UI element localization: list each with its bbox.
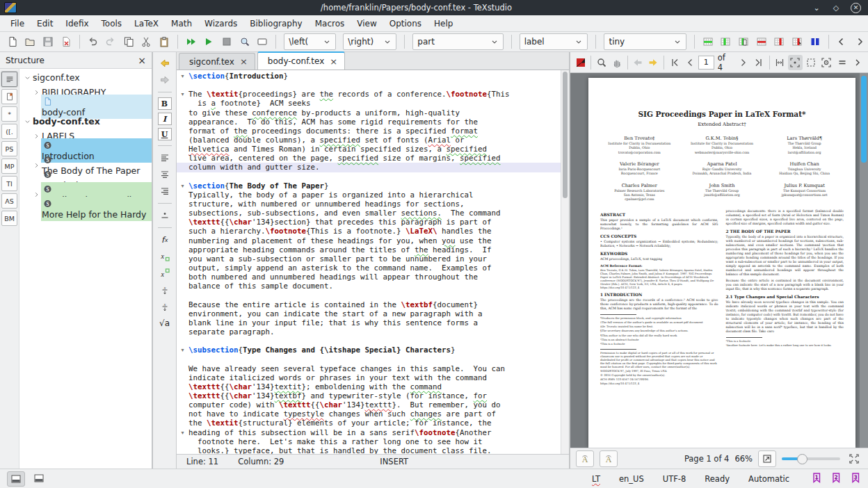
tree-chevron-right-icon[interactable] — [31, 131, 41, 142]
menu-options[interactable]: Options — [383, 17, 428, 30]
structure-item-body-conf[interactable]: body-conf — [19, 99, 152, 114]
sidepanel-tab-symbols[interactable]: * — [1, 106, 17, 122]
align-center-button[interactable] — [157, 168, 172, 181]
pdf-fit-window-button[interactable] — [758, 450, 776, 467]
tab-close-icon[interactable]: × — [240, 56, 248, 67]
tab-sigconf.tex[interactable]: sigconf.tex× — [179, 53, 255, 70]
save-icon[interactable] — [40, 33, 56, 50]
pdf-shrink-fonts-button[interactable]: A — [576, 450, 594, 467]
menu-idefix[interactable]: Idefix — [59, 17, 95, 30]
sidepanel-tab-brackets[interactable]: ([. — [1, 124, 17, 139]
pan-tool-icon[interactable] — [609, 55, 624, 70]
fold-marker-icon[interactable]: ▾ — [177, 430, 188, 436]
close-doc-icon[interactable] — [58, 33, 74, 50]
tree-chevron-right-icon[interactable] — [31, 189, 41, 200]
sidepanel-tab-metapost[interactable]: MP — [1, 158, 17, 174]
subscript-button[interactable]: x — [157, 250, 172, 263]
code-editor[interactable]: ▾\section{Introduction}▾The \textit{proc… — [177, 70, 561, 454]
table-del-col-icon[interactable] — [771, 33, 788, 50]
pdf-forward-icon[interactable] — [646, 55, 661, 70]
menu-help[interactable]: Help — [428, 17, 459, 30]
structure-item-sigconf-tex[interactable]: sigconf.tex — [19, 70, 152, 85]
table-paste-col-icon[interactable] — [735, 33, 752, 50]
fold-marker-icon[interactable]: ▾ — [177, 183, 188, 189]
structure-close-icon[interactable]: × — [138, 55, 146, 66]
minimize-icon[interactable]: ⌄ — [812, 3, 821, 13]
maximize-icon[interactable]: ◇ — [831, 3, 841, 13]
fold-marker-icon[interactable]: ▾ — [177, 91, 188, 97]
compile-icon[interactable] — [201, 33, 218, 50]
font-size-dropdown[interactable]: tiny — [604, 33, 686, 50]
menu-file[interactable]: File — [4, 17, 31, 30]
previous-page-icon[interactable] — [682, 55, 697, 70]
fold-marker-icon[interactable]: ▾ — [177, 347, 188, 353]
italic-button[interactable]: I — [158, 113, 172, 125]
open-folder-icon[interactable] — [22, 33, 39, 50]
baseline-button[interactable] — [157, 209, 172, 222]
status-automatic[interactable]: Automatic — [748, 474, 789, 484]
left-bracket-dropdown[interactable]: \left( — [284, 33, 336, 50]
sidepanel-tab-structure[interactable] — [1, 72, 17, 87]
last-page-icon[interactable] — [751, 55, 766, 70]
structure-item-body-conf-tex[interactable]: body-conf.tex — [19, 114, 152, 129]
fraction-button[interactable]: x — [157, 283, 172, 297]
menu-latex[interactable]: LaTeX — [128, 17, 165, 30]
bookmark-flag-1[interactable]: 1 — [811, 472, 822, 485]
tab-body-conf.tex[interactable]: body-conf.tex× — [257, 51, 345, 70]
menu-tools[interactable]: Tools — [95, 17, 129, 30]
build-view-icon[interactable] — [183, 33, 200, 50]
table-del-row-icon[interactable] — [753, 33, 770, 50]
menu-edit[interactable]: Edit — [31, 17, 59, 30]
menu-view[interactable]: View — [351, 17, 383, 30]
next-doc-icon[interactable] — [851, 33, 868, 50]
page-number-input[interactable]: 1 — [698, 56, 714, 70]
status-en-us[interactable]: en_US — [619, 474, 644, 484]
fraction-alt-button[interactable]: x — [157, 300, 172, 314]
sidepanel-tab-bookmarks[interactable] — [1, 89, 17, 104]
bold-button[interactable]: B — [158, 97, 172, 110]
superscript-button[interactable]: x — [157, 266, 172, 280]
log-icon[interactable] — [255, 33, 271, 50]
menu-bibliography[interactable]: Bibliography — [243, 17, 308, 30]
editor-scrollbar[interactable] — [561, 70, 569, 454]
sectioning-dropdown[interactable]: part — [412, 33, 503, 50]
tree-chevron-down-icon[interactable] — [22, 72, 32, 83]
align-right-button[interactable] — [157, 184, 172, 198]
select-region-icon[interactable] — [803, 55, 818, 70]
tree-chevron-down-icon[interactable] — [22, 116, 32, 127]
table-add-col-icon[interactable] — [718, 33, 734, 50]
next-page-icon[interactable] — [736, 55, 750, 70]
sqrt-button[interactable]: √a — [157, 316, 172, 330]
redo-icon[interactable] — [102, 33, 119, 50]
table-add-row-icon[interactable] — [700, 33, 716, 50]
bookmark-flag-3[interactable]: 3 — [850, 472, 861, 485]
pdf-search-icon[interactable] — [594, 55, 609, 70]
first-page-icon[interactable] — [667, 55, 682, 70]
bookmark-flag-2[interactable]: 2 — [830, 472, 842, 485]
ref-dropdown[interactable]: label — [520, 33, 588, 50]
stop-icon[interactable] — [218, 33, 235, 50]
menu-wizards[interactable]: Wizards — [198, 17, 243, 30]
go-back-button[interactable] — [157, 56, 172, 70]
pdf-page[interactable]: SIG Proceedings Paper in LaTeX Format* E… — [588, 78, 855, 448]
toggle-log-panel-icon[interactable] — [31, 471, 47, 485]
pdf-fullscreen-button[interactable] — [846, 451, 862, 466]
pdf-page-area[interactable]: SIG Proceedings Paper in LaTeX Format* E… — [570, 73, 868, 448]
sidepanel-tab-asymptote[interactable]: AS — [1, 193, 17, 209]
structure-item-more-help-for-the-hardy[interactable]: SMore Help for the Hardy — [19, 202, 152, 216]
prev-doc-icon[interactable] — [834, 33, 851, 50]
fold-marker-icon[interactable]: ▾ — [177, 73, 188, 79]
menu-math[interactable]: Math — [165, 17, 198, 30]
pdf-menu-icon[interactable] — [835, 55, 849, 70]
table-cut-col-icon[interactable] — [789, 33, 805, 50]
menu-macros[interactable]: Macros — [309, 17, 351, 30]
go-forward-button[interactable] — [157, 73, 172, 87]
toggle-messages-panel-icon[interactable] — [7, 471, 25, 487]
zoom-options-icon[interactable] — [819, 55, 833, 70]
inline-math-button[interactable]: fx — [157, 233, 172, 247]
right-bracket-dropdown[interactable]: \right) — [343, 33, 396, 50]
undo-icon[interactable] — [85, 33, 102, 50]
paste-icon[interactable] — [156, 33, 172, 50]
sidepanel-tab-tikz[interactable]: TI — [1, 176, 17, 191]
table-align-cols-icon[interactable] — [807, 33, 823, 50]
